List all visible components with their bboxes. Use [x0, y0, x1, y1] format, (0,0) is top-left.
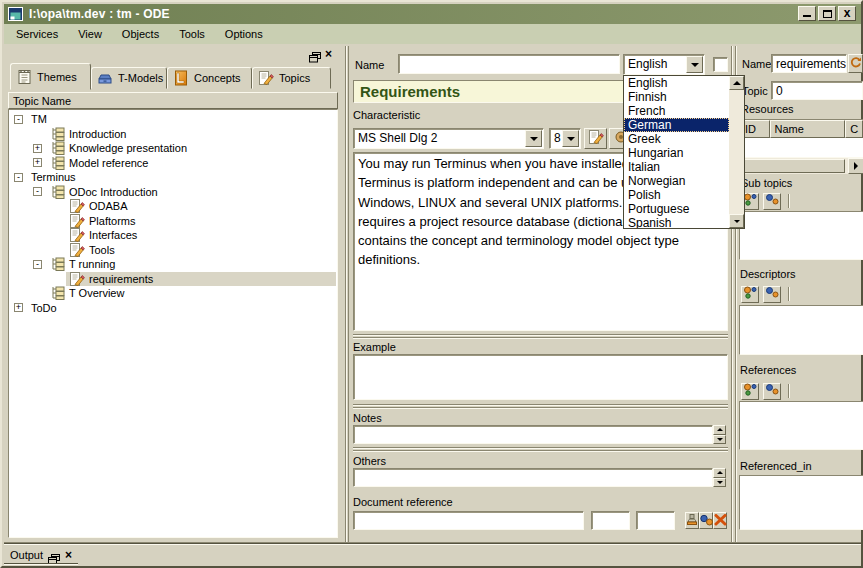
expander-minus-icon[interactable]: - [14, 173, 23, 182]
insert-relation-button[interactable] [763, 193, 781, 210]
menu-item-options[interactable]: Options [215, 26, 273, 42]
language-option[interactable]: Portuguese [624, 202, 729, 216]
spin-down-button[interactable] [713, 478, 726, 488]
panel-float-icon[interactable] [309, 49, 321, 67]
output-float-icon[interactable] [48, 551, 60, 568]
language-option[interactable]: English [624, 76, 729, 90]
stamp-button[interactable] [685, 512, 699, 529]
scroll-right-button[interactable] [848, 158, 863, 174]
tab-themes[interactable]: Themes [10, 63, 91, 90]
expander-minus-icon[interactable]: - [33, 187, 42, 196]
insert-relation-button[interactable] [763, 383, 781, 400]
language-option[interactable]: Polish [624, 188, 729, 202]
tree-item[interactable]: Introduction [10, 127, 336, 142]
menu-item-objects[interactable]: Objects [112, 26, 169, 42]
menu-item-view[interactable]: View [68, 26, 112, 42]
document-reference-field3[interactable] [636, 511, 675, 530]
document-reference-field2[interactable] [591, 511, 630, 530]
scroll-up-button[interactable] [729, 76, 744, 90]
name-input[interactable] [398, 54, 620, 74]
link-reference-button[interactable] [699, 512, 713, 529]
expander-plus-icon[interactable]: + [14, 303, 23, 312]
references-list[interactable] [739, 401, 863, 450]
tree-item[interactable]: +Model reference [10, 156, 336, 171]
tree-item[interactable]: requirements [10, 272, 336, 287]
language-option[interactable]: Spanish [624, 216, 729, 229]
others-spinner[interactable] [713, 468, 726, 487]
spin-down-button[interactable] [713, 435, 726, 445]
tree-item[interactable]: ODABA [10, 199, 336, 214]
tab-topics[interactable]: Topics [252, 67, 331, 89]
dropdown-scrollbar[interactable] [729, 76, 744, 228]
add-relation-button[interactable] [741, 383, 759, 400]
notes-input[interactable] [353, 425, 713, 444]
topic-number-input[interactable]: 0 [771, 81, 863, 100]
tab-concepts[interactable]: Concepts [167, 67, 252, 89]
tree-item[interactable]: -TM [10, 112, 336, 127]
add-relation-button[interactable] [741, 286, 759, 303]
minimize-button[interactable] [798, 6, 816, 21]
output-tab-label[interactable]: Output [10, 549, 43, 561]
descriptors-list[interactable] [739, 305, 863, 355]
language-checkbox[interactable] [713, 57, 728, 72]
menu-item-services[interactable]: Services [6, 26, 68, 42]
splitter[interactable] [353, 404, 728, 409]
edit-text-button[interactable] [584, 128, 607, 149]
close-button[interactable]: x [838, 6, 856, 21]
spin-up-button[interactable] [713, 468, 726, 478]
scroll-down-button[interactable] [729, 214, 744, 228]
tree-item[interactable]: +ToDo [10, 301, 336, 316]
resources-column-name[interactable]: Name [770, 120, 846, 138]
topic-name-input[interactable]: requirements [771, 54, 847, 73]
example-textarea[interactable] [353, 354, 728, 400]
tab-tmodels[interactable]: T-Models [91, 67, 167, 89]
sync-name-button[interactable] [848, 54, 863, 73]
menu-item-tools[interactable]: Tools [169, 26, 215, 42]
name-input-text [399, 55, 619, 57]
language-combobox[interactable]: English [623, 54, 705, 75]
expander-minus-icon[interactable]: - [33, 260, 42, 269]
language-option[interactable]: Italian [624, 160, 729, 174]
tree-item[interactable]: Plaftorms [10, 214, 336, 229]
font-dropdown-button[interactable] [525, 130, 542, 147]
resources-column-c[interactable]: C [845, 120, 863, 138]
language-dropdown-button[interactable] [686, 56, 703, 73]
panel-close-icon[interactable]: × [325, 47, 332, 61]
language-option[interactable]: French [624, 104, 729, 118]
notes-spinner[interactable] [713, 425, 726, 444]
expander-minus-icon[interactable]: - [14, 115, 23, 124]
panel-separator[interactable] [345, 46, 349, 542]
maximize-button[interactable] [818, 6, 836, 21]
language-option[interactable]: Finnish [624, 90, 729, 104]
delete-reference-button[interactable] [713, 512, 727, 529]
font-size-combobox[interactable]: 8 [549, 128, 581, 149]
sub-topics-list[interactable] [739, 211, 863, 260]
document-reference-input[interactable] [353, 511, 584, 530]
tree-item[interactable]: T Overview [10, 286, 336, 301]
language-option[interactable]: Hungarian [624, 146, 729, 160]
others-input[interactable] [353, 468, 713, 487]
tree-item[interactable]: +Knowledge presentation [10, 141, 336, 156]
referenced-in-list[interactable] [739, 475, 863, 530]
output-close-icon[interactable]: × [65, 548, 72, 562]
insert-relation-button[interactable] [763, 286, 781, 303]
tree-item[interactable]: Interfaces [10, 228, 336, 243]
resources-hscrollbar[interactable] [739, 158, 863, 174]
size-dropdown-button[interactable] [562, 130, 579, 147]
resources-table[interactable]: IDNameC [739, 119, 863, 158]
splitter[interactable] [353, 447, 728, 452]
tree-item[interactable]: Tools [10, 243, 336, 258]
language-option[interactable]: Greek [624, 132, 729, 146]
tree-column-header[interactable]: Topic Name [8, 92, 338, 109]
scrollbar-thumb[interactable] [741, 159, 845, 173]
language-option[interactable]: German [624, 118, 729, 132]
expander-plus-icon[interactable]: + [33, 144, 42, 153]
tree-item[interactable]: -Terminus [10, 170, 336, 185]
tree-item[interactable]: -T running [10, 257, 336, 272]
expander-plus-icon[interactable]: + [33, 158, 42, 167]
font-name-combobox[interactable]: MS Shell Dlg 2 [353, 128, 544, 149]
splitter[interactable] [353, 334, 728, 339]
language-option[interactable]: Norwegian [624, 174, 729, 188]
tree-item[interactable]: -ODoc Introduction [10, 185, 336, 200]
spin-up-button[interactable] [713, 425, 726, 435]
